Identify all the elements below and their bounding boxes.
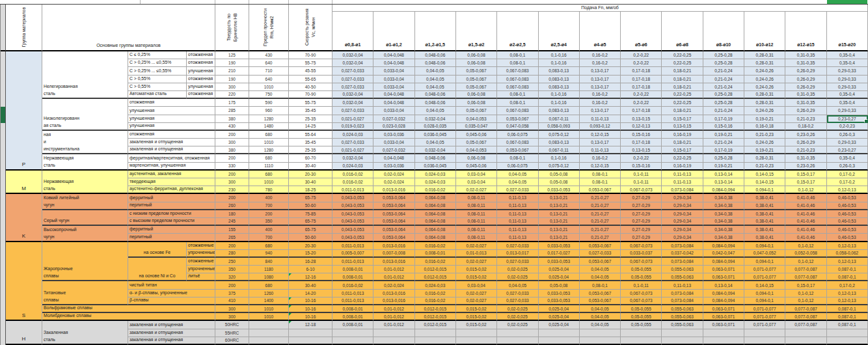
feed-cell[interactable]: 0,084-0,094 — [703, 242, 744, 250]
cutting-speed-cell[interactable]: 12-18 — [289, 321, 332, 329]
feed-cell[interactable]: 0,34-0,38 — [703, 226, 744, 234]
feed-cell[interactable]: 0,05-0,067 — [456, 83, 497, 91]
feed-cell[interactable]: 0,13-0,21 — [539, 218, 580, 226]
hardness-cell[interactable]: 190 — [215, 59, 249, 67]
cutting-speed-cell[interactable]: 40-50 — [289, 83, 332, 91]
feed-cell[interactable]: 0,011-0,013 — [332, 297, 373, 305]
feed-cell[interactable]: 0,38-0,41 — [744, 210, 785, 218]
material-group-name-cell[interactable]: Низколегированн ая сталь — [42, 99, 128, 131]
feed-cell[interactable]: 0,058-0,093 — [539, 123, 580, 131]
feed-cell[interactable]: 0,01-0,012 — [373, 273, 414, 281]
feed-cell[interactable]: 0,016-0,02 — [332, 171, 373, 178]
feed-cell[interactable]: 0,032-0,04 — [332, 91, 373, 99]
cutting-speed-cell[interactable]: 15-20 — [289, 250, 332, 258]
feed-cell[interactable]: 0,024-0,03 — [332, 163, 373, 171]
feed-cell[interactable]: 0,045-0,06 — [456, 163, 497, 171]
feed-cell[interactable]: 0,013-0,016 — [373, 242, 414, 250]
feed-cell[interactable]: 0,067-0,083 — [497, 107, 538, 115]
feed-cell[interactable]: 0,087-0,1 — [827, 305, 868, 313]
feed-cell[interactable]: 0,11-0,13 — [497, 194, 538, 202]
feed-cell[interactable]: 0,23-0,26 — [785, 163, 826, 171]
feed-cell[interactable]: 0,25-0,28 — [703, 154, 744, 162]
feed-cell[interactable]: 0,077-0,087 — [785, 321, 826, 329]
strength-cell[interactable] — [249, 321, 289, 329]
feed-cell[interactable]: 0,13-0,14 — [703, 171, 744, 178]
feed-cell[interactable]: 0,29-0,34 — [662, 210, 703, 218]
feed-cell[interactable]: 0,41-0,46 — [785, 234, 826, 242]
material-subtype-cell[interactable]: на основе Fe — [128, 242, 187, 258]
feed-cell[interactable]: 0,094-0,1 — [744, 186, 785, 194]
feed-cell[interactable]: 0,21-0,23 — [744, 131, 785, 139]
feed-cell[interactable] — [785, 329, 826, 337]
feed-cell[interactable]: 0,28-0,31 — [744, 51, 785, 59]
feed-cell[interactable]: 0,055-0,063 — [662, 305, 703, 313]
feed-cell[interactable]: 0,032-0,04 — [332, 51, 373, 59]
feed-cell[interactable]: 0,34-0,38 — [703, 234, 744, 242]
feed-cell[interactable]: 0,12-0,13 — [827, 258, 868, 266]
feed-cell[interactable]: 0,41-0,46 — [785, 194, 826, 202]
feed-cell[interactable]: 0,055-0,063 — [662, 266, 703, 273]
feed-cell[interactable]: 0,16-0,2 — [580, 154, 621, 162]
material-subtype-cell[interactable]: C > 0,25% ... ≤0,55% — [128, 59, 187, 67]
strength-column-header[interactable]: Предел прочности Rm, Н/мм2 — [249, 5, 289, 51]
feed-cell[interactable]: 0,05-0,08 — [539, 171, 580, 178]
hardness-cell[interactable]: 125 — [215, 51, 249, 59]
feed-cell[interactable]: 0,073-0,084 — [662, 290, 703, 297]
feed-cell[interactable]: 0,1-0,16 — [539, 154, 580, 162]
feed-cell[interactable]: 0,21-0,27 — [580, 234, 621, 242]
feed-cell[interactable]: 0,007-0,008 — [373, 250, 414, 258]
feed-cell[interactable]: 0,011-0,013 — [332, 258, 373, 266]
feed-cell[interactable]: 0,25-0,28 — [703, 99, 744, 107]
feed-cell[interactable] — [539, 337, 580, 345]
feed-cell[interactable]: 0,04-0,05 — [415, 139, 456, 146]
feed-cell[interactable]: 0,073-0,084 — [662, 258, 703, 266]
feed-cell[interactable]: 0,12-0,15 — [580, 131, 621, 139]
hardness-cell[interactable]: 380 — [215, 115, 249, 123]
feed-cell[interactable]: 0,048-0,06 — [415, 99, 456, 107]
feed-cell[interactable]: 0,15-0,16 — [621, 131, 662, 139]
feed-cell[interactable]: 0,11-0,13 — [662, 178, 703, 186]
feed-cell[interactable]: 0,087-0,1 — [827, 273, 868, 281]
feed-cell[interactable]: 0,048-0,06 — [415, 154, 456, 162]
feed-cell[interactable]: 0,15-0,17 — [785, 281, 826, 289]
feed-cell[interactable]: 0,027-0,033 — [497, 242, 538, 250]
feed-cell[interactable]: 0,02-0,025 — [497, 321, 538, 329]
feed-cell[interactable]: 0,024-0,03 — [415, 178, 456, 186]
feed-cell[interactable]: 0,073-0,084 — [662, 242, 703, 250]
feed-cell[interactable]: 0,084-0,094 — [703, 258, 744, 266]
feed-cell[interactable]: 0,033-0,04 — [373, 139, 414, 146]
material-subtype-cell[interactable]: β-сплавы — [128, 297, 215, 305]
hardness-cell[interactable]: 200 — [215, 281, 249, 289]
feed-cell[interactable]: 0,084-0,094 — [703, 186, 744, 194]
hardness-cell[interactable]: 175 — [215, 99, 249, 107]
feed-cell[interactable] — [744, 329, 785, 337]
feed-title-cell[interactable]: Подача Fn, мм/об — [332, 5, 868, 12]
feed-cell[interactable]: 0,043-0,053 — [332, 226, 373, 234]
strength-cell[interactable]: 640 — [249, 59, 289, 67]
feed-cell[interactable]: 0,11-0,13 — [580, 146, 621, 154]
material-subtype-cell[interactable]: ферритный — [128, 226, 215, 234]
feed-cell[interactable]: 0,11-0,13 — [497, 234, 538, 242]
cutting-speed-cell[interactable]: 55-75 — [289, 59, 332, 67]
feed-cell[interactable]: 0,033-0,053 — [539, 186, 580, 194]
feed-cell[interactable]: 0,071-0,077 — [744, 305, 785, 313]
feed-cell[interactable]: 0,12-0,13 — [827, 297, 868, 305]
hardness-cell[interactable]: 200 — [215, 242, 249, 250]
strength-cell[interactable]: 680 — [249, 242, 289, 250]
feed-cell[interactable]: 0,024-0,03 — [415, 171, 456, 178]
strength-cell[interactable]: 960 — [249, 107, 289, 115]
feed-cell[interactable]: 0,043-0,053 — [332, 218, 373, 226]
feed-cell[interactable]: 0,08-0,1 — [497, 99, 538, 107]
material-group-name-cell[interactable]: Вольфрамовые сплавы — [42, 305, 215, 313]
feed-cell[interactable]: 0,06-0,075 — [497, 163, 538, 171]
material-subtype-cell[interactable]: закаленная и отпущенная — [128, 146, 215, 154]
cutting-speed-cell[interactable]: 55-64 — [289, 131, 332, 139]
feed-cell[interactable]: 0,033-0,04 — [373, 76, 414, 83]
group-column-header[interactable]: Группа материалов — [6, 5, 42, 51]
feed-cell[interactable]: 0,083-0,13 — [539, 76, 580, 83]
feed-cell[interactable]: 0,19-0,21 — [703, 163, 744, 171]
feed-cell[interactable]: 0,34-0,38 — [703, 194, 744, 202]
feed-cell[interactable]: 0,29-0,33 — [827, 139, 868, 146]
feed-cell[interactable]: 0,017-0,027 — [539, 250, 580, 258]
material-subtype-cell[interactable]: Автоматная сталь — [128, 91, 187, 99]
